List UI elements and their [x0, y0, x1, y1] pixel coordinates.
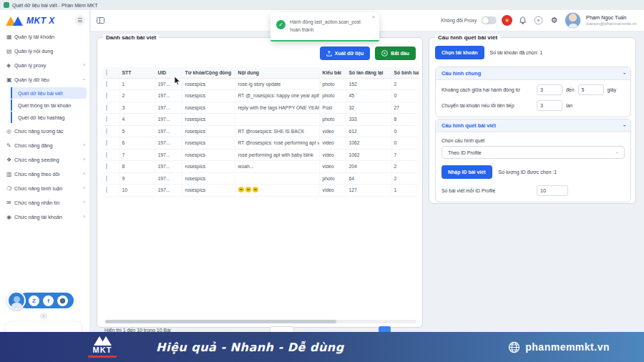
export-icon	[326, 51, 332, 57]
table-cell: photo	[319, 90, 346, 102]
ids-selected-text: Số lượng ID được chọn :1	[499, 170, 557, 175]
table-row[interactable]: 7197...rosespicsrosé performing apt with…	[103, 149, 419, 161]
table-cell: 152	[346, 78, 391, 90]
collapse-social-button[interactable]: ˄	[40, 313, 47, 319]
row-checkbox[interactable]	[106, 152, 107, 158]
export-data-button[interactable]: Xuất dữ liệu	[320, 47, 370, 60]
choose-account-button[interactable]: Chọn tài khoản	[435, 46, 484, 59]
table-row[interactable]: 2197...rosespicsRT @_rosespics: happy on…	[103, 90, 419, 102]
table-cell: 2	[119, 90, 155, 102]
table-row[interactable]: 9197...rosespicsphoto6424	[103, 172, 419, 185]
row-checkbox[interactable]	[106, 187, 107, 193]
column-header: Từ khóa/Cộng đồng	[182, 67, 235, 78]
switch-error-input[interactable]	[537, 100, 562, 111]
sidebar-item[interactable]: ▣Quản lý dữ liệu›	[0, 72, 89, 87]
delay-to-input[interactable]	[578, 84, 604, 95]
table-cell: 333	[346, 114, 391, 126]
row-checkbox[interactable]	[106, 163, 107, 170]
user-info[interactable]: Phạm Ngọc Tuấn tuanpn@phanmemmkt.vn	[586, 14, 637, 26]
sidebar-item[interactable]: ❍Chức năng bình luận›	[0, 181, 89, 195]
proxy-icon: ◈	[6, 62, 14, 69]
social-links: Z f ◍	[7, 292, 74, 309]
seeding-icon: ❖	[6, 157, 14, 163]
success-toast: ✓ Hành động last_action.scan_post hoàn t…	[270, 12, 379, 41]
posts-per-id-label: Số bài viết mỗi ID Profile	[441, 188, 533, 193]
brand-text: MKT X	[26, 16, 55, 26]
row-checkbox[interactable]	[106, 175, 107, 182]
sidebar-item[interactable]: ▥Chức năng theo dõi›	[0, 167, 89, 181]
select-all-checkbox[interactable]	[106, 69, 107, 76]
row-checkbox[interactable]	[106, 92, 107, 99]
support-avatar-icon[interactable]	[7, 291, 26, 310]
sidebar-item[interactable]: ▤Quản lý nội dung	[0, 44, 89, 58]
settings-gear-icon[interactable]: ⚙	[549, 15, 560, 26]
table-row[interactable]: 4197...rosespicsphoto333865	[103, 114, 419, 126]
post-icon: ✎	[6, 142, 14, 149]
row-checkbox[interactable]	[106, 81, 107, 87]
switch-unit: lần	[566, 103, 572, 108]
sidebar-subitem[interactable]: Quét dữ liệu bài viết	[11, 87, 87, 99]
horizontal-scrollbar[interactable]	[104, 320, 416, 323]
website-globe-icon[interactable]: ◍	[57, 295, 68, 306]
table-cell: photo	[319, 78, 346, 90]
table-row[interactable]: 6197...rosespicsRT @rosespics: rosé perf…	[103, 137, 419, 150]
row-checkbox[interactable]	[106, 104, 107, 111]
user-avatar[interactable]	[565, 12, 581, 29]
row-checkbox[interactable]	[106, 116, 107, 122]
table-cell: 2	[391, 172, 419, 185]
scan-post-config-header[interactable]: Cấu hình quét bài viết ‹	[436, 119, 630, 132]
sidebar-item[interactable]: ◈Quản lý proxy›	[0, 58, 89, 72]
table-cell: 197...	[155, 137, 182, 150]
sidebar-item[interactable]: ✉Chức năng nhắn tin›	[0, 195, 89, 210]
banner-website: phanmemmkt.vn	[525, 341, 610, 353]
column-header: Nội dung	[235, 67, 319, 78]
table-cell: 127	[346, 185, 391, 197]
vietnam-flag-icon[interactable]: ★	[502, 15, 512, 26]
chevron-right-icon: ›	[83, 171, 85, 177]
chevron-right-icon: ›	[83, 142, 85, 148]
table-row[interactable]: 3197...rosespicsreply with the tags HAPP…	[103, 102, 419, 114]
table-cell: video	[319, 149, 346, 161]
sidebar-subitem[interactable]: Quét dữ liệu hashtag	[11, 112, 87, 123]
row-checkbox[interactable]	[106, 128, 107, 134]
general-config-header[interactable]: Cấu hình chung ‹	[436, 67, 630, 80]
sidebar-subitem[interactable]: Quét thông tin tài khoản	[11, 99, 87, 111]
sidebar-item[interactable]: ◉Chức năng tài khoản›	[0, 210, 89, 224]
table-cell: 7	[391, 149, 419, 161]
table-cell: video	[319, 161, 346, 173]
logo-triangle-blue	[13, 16, 23, 26]
panel-toggle-icon[interactable]	[97, 17, 104, 24]
table-cell: 197...	[155, 114, 182, 126]
sidebar-collapse-button[interactable]: ☰	[74, 15, 85, 26]
choose-config-label: Chọn cấu hình quét	[441, 138, 625, 143]
facebook-icon[interactable]: f	[43, 295, 54, 306]
posts-per-id-input[interactable]	[537, 185, 568, 196]
table-row[interactable]: 1197...rosespicsrosé ig story updatephot…	[103, 78, 419, 90]
notifications-bell-icon[interactable]	[517, 15, 528, 26]
table-row[interactable]: 10197...rosespicsvideo127120	[103, 185, 419, 197]
delay-from-input[interactable]	[537, 84, 562, 95]
row-checkbox[interactable]	[106, 140, 107, 146]
proxy-toggle[interactable]	[482, 16, 497, 24]
zalo-icon[interactable]: Z	[29, 295, 39, 306]
sidebar-item[interactable]: ◎Chức năng tương tác	[0, 124, 89, 138]
accounts-grid-icon: ▦	[6, 34, 14, 40]
input-post-ids-button[interactable]: Nhập ID bài viết	[441, 165, 492, 179]
table-row[interactable]: 8197...rosespicswoah...video204245	[103, 161, 419, 173]
chevron-right-icon: ›	[83, 62, 85, 68]
sidebar-item[interactable]: ✎Chức năng đăng›	[0, 138, 89, 152]
table-cell: 45	[346, 90, 391, 102]
toast-close-icon[interactable]: ×	[372, 14, 375, 19]
table-row[interactable]: 5197...rosespicsRT @rosespics: SHE IS BA…	[103, 125, 419, 137]
chevron-right-icon: ›	[83, 200, 85, 205]
table-cell: 197...	[155, 185, 182, 197]
table-cell: 1	[119, 78, 155, 90]
sidebar-item[interactable]: ❖Chức năng seeding›	[0, 152, 89, 167]
start-button[interactable]: Bắt đầu	[375, 47, 416, 60]
delay-to-label: đến	[566, 87, 575, 92]
scan-config-select[interactable]: Theo ID Profile ›	[441, 146, 625, 159]
scrollbar-thumb[interactable]	[105, 320, 336, 323]
tutorial-play-icon[interactable]	[533, 15, 544, 26]
sidebar-item[interactable]: ▦Quản lý tài khoản	[0, 29, 89, 44]
play-icon	[381, 50, 388, 57]
